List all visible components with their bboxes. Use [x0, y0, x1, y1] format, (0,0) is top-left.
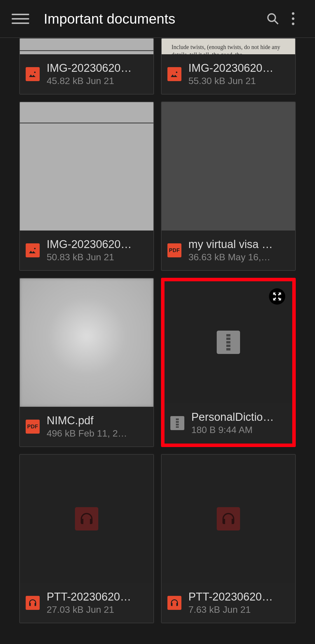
expand-icon[interactable] [269, 288, 285, 305]
file-card[interactable]: PersonalDictio… 180 B 9:44 AM [161, 278, 296, 447]
page-title: Important documents [44, 11, 262, 27]
file-thumbnail [162, 455, 295, 583]
file-meta: 36.63 kB May 16,… [188, 252, 289, 263]
file-thumbnail [162, 102, 295, 231]
file-card[interactable]: IMG-20230620… 45.82 kB Jun 21 [19, 38, 154, 95]
file-thumbnail [20, 278, 153, 407]
file-meta: 7.63 kB Jun 21 [188, 604, 289, 615]
archive-icon [170, 416, 184, 430]
file-meta: 50.83 kB Jun 21 [47, 252, 148, 263]
menu-icon[interactable] [12, 10, 29, 27]
archive-icon [217, 331, 240, 354]
file-meta: 55.30 kB Jun 21 [188, 76, 289, 86]
file-card[interactable]: Include twists, (enough twists, do not h… [161, 38, 296, 95]
svg-point-7 [34, 248, 36, 249]
file-thumbnail [164, 281, 292, 403]
headphones-icon [26, 596, 40, 610]
more-vert-icon[interactable] [283, 8, 303, 29]
svg-point-4 [292, 22, 295, 25]
headphones-icon [217, 507, 240, 530]
file-card[interactable]: PTT-20230620… 7.63 kB Jun 21 [161, 454, 296, 623]
file-name: PersonalDictio… [191, 411, 286, 423]
file-name: NIMC.pdf [47, 414, 148, 427]
headphones-icon [167, 596, 181, 610]
search-icon[interactable] [262, 8, 283, 29]
image-icon [167, 67, 181, 81]
file-thumbnail [20, 455, 153, 583]
file-meta: 45.82 kB Jun 21 [47, 76, 148, 86]
svg-point-6 [176, 71, 177, 73]
file-name: PTT-20230620… [47, 591, 148, 603]
file-name: IMG-20230620… [47, 62, 148, 74]
file-meta: 180 B 9:44 AM [191, 425, 286, 435]
file-name: PTT-20230620… [188, 591, 289, 603]
file-card[interactable]: PDF NIMC.pdf 496 kB Feb 11, 2… [19, 278, 154, 447]
file-card[interactable]: PDF my virtual visa … 36.63 kB May 16,… [161, 102, 296, 271]
file-card[interactable]: IMG-20230620… 50.83 kB Jun 21 [19, 102, 154, 271]
file-name: IMG-20230620… [188, 62, 289, 74]
file-grid: IMG-20230620… 45.82 kB Jun 21 Include tw… [0, 38, 315, 623]
file-thumbnail: Include twists, (enough twists, do not h… [162, 39, 295, 54]
pdf-icon: PDF [167, 243, 181, 257]
app-header: Important documents [0, 0, 315, 38]
image-icon [26, 243, 40, 257]
file-thumbnail [20, 39, 153, 54]
file-meta: 27.03 kB Jun 21 [47, 604, 148, 615]
svg-point-0 [268, 14, 276, 22]
file-meta: 496 kB Feb 11, 2… [47, 428, 148, 439]
svg-point-2 [292, 12, 295, 15]
thumbnail-text-preview: Include twists, (enough twists, do not h… [167, 41, 289, 54]
svg-line-1 [274, 20, 278, 24]
image-icon [26, 67, 40, 81]
file-name: my virtual visa … [188, 238, 289, 251]
file-name: IMG-20230620… [47, 238, 148, 251]
pdf-icon: PDF [26, 420, 40, 434]
headphones-icon [75, 507, 98, 530]
svg-point-3 [292, 18, 295, 20]
file-thumbnail [20, 102, 153, 231]
file-card[interactable]: PTT-20230620… 27.03 kB Jun 21 [19, 454, 154, 623]
svg-point-5 [34, 71, 36, 73]
